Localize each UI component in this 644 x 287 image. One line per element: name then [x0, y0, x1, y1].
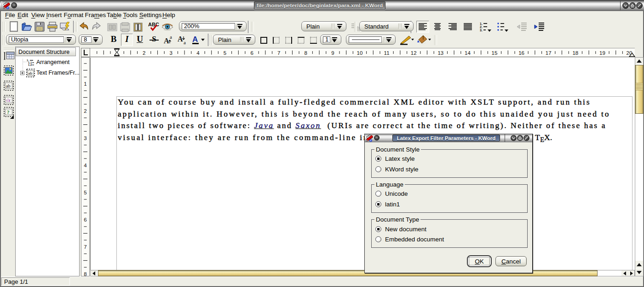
svg-text:12: 12	[411, 50, 417, 56]
svg-text:1: 1	[84, 81, 86, 87]
svg-text:A: A	[192, 35, 198, 44]
svg-text:5: 5	[224, 50, 226, 56]
svg-text:ab: ab	[29, 71, 33, 76]
svg-text:a: a	[170, 34, 172, 40]
svg-text:17: 17	[546, 50, 552, 56]
svg-text:19: 19	[599, 50, 605, 56]
svg-text:?: ?	[7, 109, 10, 115]
svg-text:8: 8	[84, 271, 86, 276]
svg-text:1.2: 1.2	[28, 64, 32, 66]
svg-text:3.: 3.	[480, 29, 483, 32]
svg-text:4: 4	[196, 50, 200, 56]
svg-text:ABC: ABC	[148, 22, 159, 27]
svg-text:3: 3	[170, 50, 172, 56]
svg-text:13: 13	[437, 50, 443, 56]
svg-text:a: a	[184, 40, 186, 45]
svg-text:3: 3	[84, 135, 86, 141]
svg-text:9: 9	[331, 50, 334, 56]
svg-text:6: 6	[250, 50, 253, 56]
svg-text:2: 2	[84, 108, 86, 114]
svg-text:4: 4	[84, 163, 87, 168]
svg-text:15: 15	[492, 50, 498, 56]
svg-text:6: 6	[84, 217, 86, 223]
svg-text:1.: 1.	[480, 22, 483, 25]
svg-text:14: 14	[465, 50, 471, 56]
svg-text:11: 11	[384, 50, 390, 56]
svg-text:7: 7	[84, 244, 86, 250]
svg-text:A: A	[164, 37, 169, 45]
svg-text:8: 8	[305, 50, 307, 56]
svg-text:√x: √x	[6, 98, 11, 103]
svg-text:2.: 2.	[480, 25, 483, 29]
svg-text:18: 18	[572, 50, 578, 56]
svg-text:ab: ab	[6, 83, 10, 88]
svg-text:5: 5	[84, 190, 86, 195]
svg-text:10: 10	[357, 50, 363, 56]
svg-text:7: 7	[277, 50, 280, 56]
svg-text:2: 2	[143, 50, 145, 56]
svg-text:A: A	[178, 35, 183, 43]
svg-text:16: 16	[518, 50, 524, 56]
